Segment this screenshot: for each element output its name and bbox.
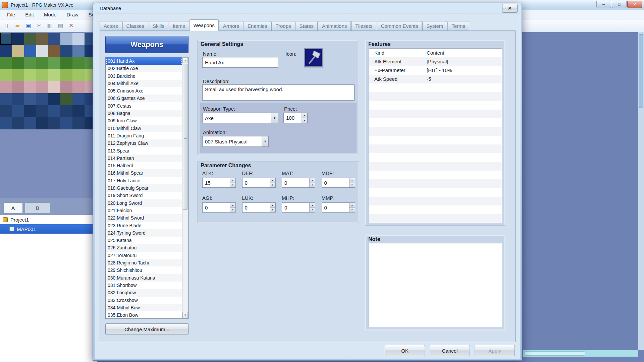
feature-row[interactable]: Atk Element[Physical] (369, 57, 502, 66)
palette-tile[interactable] (36, 81, 48, 93)
palette-tile[interactable] (12, 117, 24, 129)
spinner-buttons[interactable]: ▲▼ (230, 203, 235, 212)
list-item[interactable]: 001:Hand Ax (106, 57, 182, 65)
tab-system[interactable]: System (422, 21, 447, 31)
palette-tile[interactable] (12, 93, 24, 105)
palette-tile[interactable] (72, 57, 85, 69)
palette-tile[interactable] (36, 69, 48, 81)
palette-tile[interactable] (48, 33, 60, 45)
map-vertical-scrollbar[interactable] (638, 32, 644, 350)
name-input[interactable] (202, 57, 278, 68)
param-spinner[interactable]: 0▲▼ (202, 202, 236, 213)
map-vertical-scroll-thumb[interactable] (639, 34, 643, 108)
list-item[interactable]: 006:Gigantes Axe (106, 95, 182, 102)
palette-tile[interactable] (72, 117, 85, 129)
feature-row-empty[interactable] (369, 214, 502, 223)
list-item[interactable]: 017:Holy Lance (106, 177, 182, 184)
spin-down-icon[interactable]: ▼ (350, 208, 355, 213)
feature-row-empty[interactable] (369, 179, 502, 188)
spinner-buttons[interactable]: ▲▼ (309, 178, 315, 187)
dialog-close-button[interactable]: ✕ (502, 4, 518, 13)
minimize-button[interactable]: ─ (596, 1, 611, 8)
tree-item-project[interactable]: Project1 (0, 215, 97, 224)
feature-row-empty[interactable] (369, 162, 502, 171)
open-folder-icon[interactable]: ▰ (13, 21, 22, 31)
palette-tile[interactable] (24, 57, 36, 69)
palette-tile[interactable] (36, 117, 48, 129)
palette-tile[interactable] (48, 45, 60, 57)
palette-tile[interactable] (24, 117, 36, 129)
scroll-down-icon[interactable]: ▼ (182, 312, 188, 318)
feature-row-empty[interactable] (369, 83, 502, 92)
list-item[interactable]: 026:Zanbatou (106, 244, 182, 251)
spin-down-icon[interactable]: ▼ (310, 208, 315, 213)
spinner-buttons[interactable]: ▲▼ (230, 178, 235, 187)
feature-row-empty[interactable] (369, 118, 502, 127)
palette-tile[interactable] (60, 33, 72, 45)
delete-icon[interactable]: ✕ (66, 21, 76, 31)
menu-edit[interactable]: Edit (20, 10, 39, 19)
palette-tile[interactable] (60, 93, 72, 105)
feature-row-empty[interactable] (369, 197, 502, 205)
close-button[interactable]: ✕ (627, 1, 642, 8)
palette-tile[interactable] (12, 105, 24, 117)
list-item[interactable]: 025:Katana (106, 237, 182, 244)
palette-tile[interactable] (48, 105, 60, 117)
tab-common-events[interactable]: Common Events (377, 21, 422, 31)
spin-down-icon[interactable]: ▼ (350, 183, 355, 188)
list-item[interactable]: 033:Crossbow (106, 297, 182, 304)
param-spinner[interactable]: 0▲▼ (282, 178, 315, 188)
tab-armors[interactable]: Armors (219, 21, 243, 31)
features-table[interactable]: KindContentAtk Element[Physical]Ex-Param… (369, 48, 502, 223)
palette-tile[interactable] (72, 33, 85, 45)
spinner-buttons[interactable]: ▲▼ (270, 178, 275, 187)
ok-button[interactable]: OK (385, 345, 425, 356)
param-spinner[interactable]: 0▲▼ (242, 202, 276, 213)
maximize-button[interactable]: □ (612, 1, 627, 8)
cut-icon[interactable]: ✂ (34, 21, 44, 31)
feature-row-empty[interactable] (369, 136, 502, 144)
palette-tile[interactable] (24, 69, 36, 81)
palette-tile[interactable] (60, 105, 72, 117)
tree-item-map[interactable]: MAP001 (0, 224, 97, 234)
palette-tile[interactable] (12, 69, 24, 81)
tab-troops[interactable]: Troops (271, 21, 295, 31)
palette-tile[interactable] (48, 69, 60, 81)
list-item[interactable]: 022:Mithril Sword (106, 214, 182, 222)
palette-tile[interactable] (48, 93, 60, 105)
palette-tile[interactable] (48, 57, 60, 69)
palette-tile[interactable] (0, 57, 12, 69)
palette-tile[interactable] (48, 81, 60, 93)
weapon-icon-button[interactable] (304, 48, 323, 67)
weapon-type-dropdown[interactable]: Axe ▼ (202, 113, 278, 123)
spin-up-icon[interactable]: ▲ (350, 203, 355, 208)
list-item[interactable]: 007:Cestus (106, 102, 182, 110)
palette-tile[interactable] (12, 81, 24, 93)
list-item[interactable]: 009:Iron Claw (106, 117, 182, 124)
list-item[interactable]: 035:Ebon Bow (106, 311, 182, 318)
palette-tile[interactable] (60, 69, 72, 81)
list-item[interactable]: 030:Muramasa Katana (106, 274, 182, 282)
feature-row-empty[interactable] (369, 171, 502, 179)
spin-down-icon[interactable]: ▼ (230, 208, 235, 213)
spin-down-icon[interactable]: ▼ (310, 183, 315, 188)
palette-tile[interactable] (0, 69, 12, 81)
list-item[interactable]: 005:Crimson Axe (106, 87, 182, 95)
spinner-buttons[interactable]: ▲▼ (349, 203, 355, 212)
spin-up-icon[interactable]: ▲ (230, 178, 235, 183)
list-item[interactable]: 003:Bardiche (106, 72, 182, 80)
list-item[interactable]: 024:Tyrfing Sword (106, 229, 182, 237)
list-item[interactable]: 010:Mithril Claw (106, 125, 182, 132)
palette-tile[interactable] (60, 117, 72, 129)
palette-tile[interactable] (60, 57, 72, 69)
palette-tile[interactable] (72, 93, 85, 105)
scroll-thumb[interactable] (183, 64, 187, 210)
list-item[interactable]: 029:Shichishitou (106, 266, 182, 274)
palette-tile[interactable] (0, 93, 12, 105)
palette-tile[interactable] (60, 81, 72, 93)
palette-tile[interactable] (24, 93, 36, 105)
palette-tile[interactable] (36, 93, 48, 105)
paste-icon[interactable]: ▤ (56, 21, 65, 31)
list-item[interactable]: 027:Toratouru (106, 252, 182, 259)
param-spinner[interactable]: 0▲▼ (322, 202, 355, 213)
